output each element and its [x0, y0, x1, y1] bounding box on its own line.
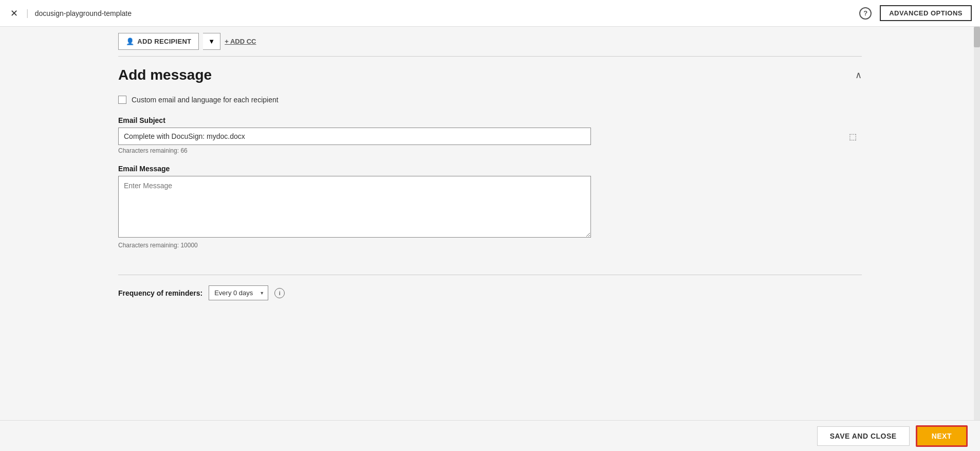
frequency-select[interactable]: Every 0 days Every 1 day Every 2 days Ev… [209, 285, 268, 300]
help-icon[interactable]: ? [859, 7, 872, 20]
document-title: docusign-playground-template [35, 9, 132, 17]
custom-email-label: Custom email and language for each recip… [132, 96, 279, 104]
top-bar: ✕ | docusign-playground-template ? ADVAN… [0, 0, 980, 27]
frequency-section: Frequency of reminders: Every 0 days Eve… [0, 275, 980, 311]
email-subject-group: Email Subject ⬚ Characters remaining: 66 [118, 116, 862, 154]
top-bar-left: ✕ | docusign-playground-template [8, 6, 132, 21]
email-subject-input[interactable] [118, 128, 591, 145]
section-header: Add message ∧ [118, 67, 862, 83]
close-button[interactable]: ✕ [8, 6, 20, 21]
next-button[interactable]: NEXT [916, 425, 968, 447]
scroll-track[interactable] [974, 27, 980, 420]
email-subject-wrapper: ⬚ [118, 128, 862, 145]
email-subject-chars-remaining: Characters remaining: 66 [118, 147, 862, 154]
close-icon: ✕ [10, 8, 18, 19]
custom-email-checkbox-row: Custom email and language for each recip… [118, 96, 862, 104]
email-message-group: Email Message Characters remaining: 1000… [118, 165, 862, 249]
section-title: Add message [118, 67, 212, 83]
add-message-section: Add message ∧ Custom email and language … [0, 57, 980, 275]
person-icon: 👤 [126, 38, 134, 45]
add-recipient-button[interactable]: 👤 ADD RECIPIENT [118, 33, 199, 50]
custom-email-checkbox[interactable] [118, 96, 126, 104]
insert-field-icon: ⬚ [849, 132, 857, 141]
email-message-chars-remaining: Characters remaining: 10000 [118, 242, 862, 249]
bottom-bar: SAVE AND CLOSE NEXT [0, 420, 980, 451]
email-subject-label: Email Subject [118, 116, 862, 124]
scroll-thumb[interactable] [974, 27, 980, 47]
divider-line: | [26, 8, 29, 19]
email-message-textarea[interactable] [118, 176, 591, 238]
advanced-options-button[interactable]: ADVANCED OPTIONS [880, 5, 972, 21]
recipient-bar: 👤 ADD RECIPIENT ▼ + ADD CC [0, 27, 980, 56]
collapse-icon[interactable]: ∧ [855, 69, 862, 81]
main-content: 👤 ADD RECIPIENT ▼ + ADD CC Add message ∧… [0, 27, 980, 420]
frequency-label: Frequency of reminders: [118, 289, 202, 297]
save-and-close-button[interactable]: SAVE AND CLOSE [817, 426, 910, 446]
frequency-select-wrapper: Every 0 days Every 1 day Every 2 days Ev… [209, 285, 268, 300]
add-cc-button[interactable]: + ADD CC [225, 38, 256, 45]
top-bar-right: ? ADVANCED OPTIONS [859, 5, 972, 21]
add-recipient-dropdown-button[interactable]: ▼ [203, 33, 220, 50]
email-message-label: Email Message [118, 165, 862, 173]
frequency-row: Frequency of reminders: Every 0 days Eve… [118, 285, 862, 300]
frequency-info-icon[interactable]: i [274, 288, 285, 298]
chevron-down-icon: ▼ [208, 38, 215, 45]
